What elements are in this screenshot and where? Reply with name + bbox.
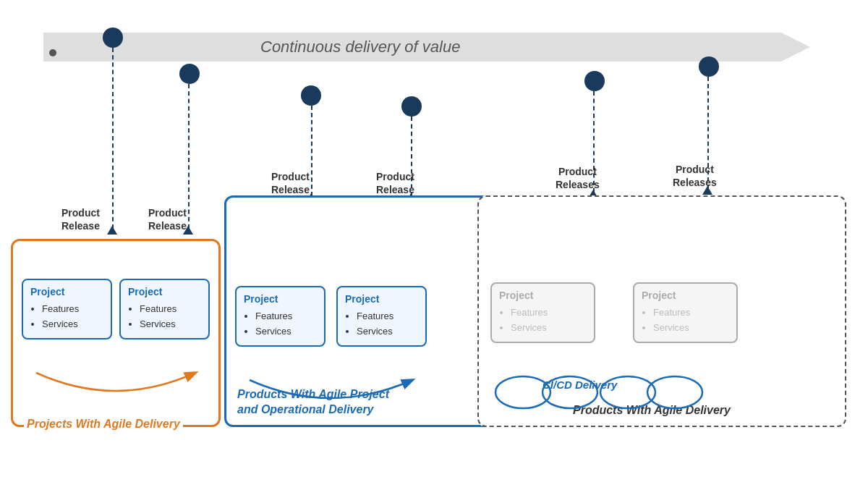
release-label-4: ProductRelease [376,170,414,196]
list-item: Features [140,302,201,317]
card-title-3: Project [244,293,317,305]
timeline-dot-4 [401,96,422,117]
project-card-3: Project Features Services [235,286,326,347]
card-title-1: Project [30,286,103,297]
card-title-6: Project [642,290,729,301]
orange-box-label: Projects With Agile Delivery [24,418,183,431]
list-item: Services [255,324,317,339]
release-label-6: ProductReleases [673,163,717,189]
timeline-dot-6 [699,56,719,77]
card-list-1: Features Services [30,302,103,332]
release-label-1: ProductRelease [61,206,100,232]
curved-arrow-blue [235,373,427,416]
release-label-2: ProductRelease [148,206,187,232]
card-title-5: Project [499,290,587,301]
cicd-loops [483,369,707,416]
list-item: Services [140,317,201,332]
up-arrow-1 [107,226,117,235]
project-card-1: Project Features Services [22,279,112,339]
project-card-2: Project Features Services [119,279,210,339]
dashed-line-2 [188,84,190,229]
project-card-4: Project Features Services [336,286,427,347]
card-title-4: Project [345,293,418,305]
timeline-dot-1 [103,28,123,48]
list-item: Services [511,321,587,336]
list-item: Services [357,324,418,339]
project-card-6: Project Features Services [633,282,738,343]
list-item: Features [42,302,103,317]
start-dot [49,49,56,56]
card-list-3: Features Services [244,309,317,339]
dashed-line-3 [311,106,312,196]
main-canvas: Continuous delivery of value ProductRele… [0,0,868,498]
list-item: Features [357,309,418,324]
card-list-6: Features Services [642,305,729,336]
release-label-3: ProductRelease [271,170,310,196]
delivery-label: Continuous delivery of value [260,38,460,56]
project-card-5: Project Features Services [490,282,595,343]
list-item: Services [42,317,103,332]
dashed-line-1 [112,48,114,229]
card-list-4: Features Services [345,309,418,339]
card-title-2: Project [128,286,201,297]
cicd-label: CI/CD Delivery [542,379,617,391]
curved-arrow-orange [22,366,210,409]
card-list-2: Features Services [128,302,201,332]
timeline-dot-5 [584,71,605,91]
timeline-dot-2 [179,64,200,84]
list-item: Features [511,305,587,321]
timeline-dot-3 [301,85,321,106]
list-item: Features [255,309,317,324]
list-item: Services [653,321,729,336]
release-label-5: ProductReleases [556,165,600,191]
list-item: Features [653,305,729,321]
card-list-5: Features Services [499,305,587,336]
